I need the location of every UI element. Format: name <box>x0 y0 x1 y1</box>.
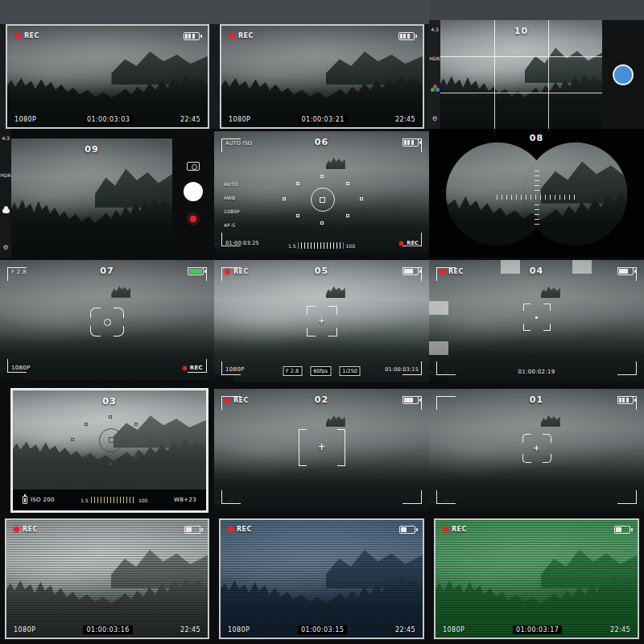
meter-min: 1.5 <box>288 243 296 249</box>
battery-fill <box>619 398 630 402</box>
panel-top-margin <box>214 0 429 24</box>
rec-indicator: REC <box>225 268 249 275</box>
clock: 22:45 <box>395 116 415 123</box>
grid-line <box>548 20 549 129</box>
bottom-status-bar: 1080P 01:00:03:17 22:45 <box>443 625 630 634</box>
rec-indicator: REC <box>229 32 254 39</box>
grid-line <box>440 56 602 57</box>
hdr-toggle[interactable]: HDR <box>0 172 10 178</box>
white-balance-label: AWB <box>224 195 240 200</box>
meter-min: 1.5 <box>80 497 89 503</box>
panel-number: 10 <box>514 26 528 36</box>
focus-corner <box>307 328 316 336</box>
exposure-meter: 1.5 100 <box>80 497 147 503</box>
hdr-toggle[interactable]: HDR <box>429 56 440 61</box>
viewfinder-area: AUTO ISO 06 AUTO AWB 1080P AF-S 01:00:03… <box>214 131 429 254</box>
camera-viewport: 10 <box>440 20 602 129</box>
focus-corner <box>543 454 551 463</box>
panel-09-phone-camera: 4:3 HDR ⚙ 09 <box>0 129 214 258</box>
rec-label: REC <box>24 32 39 39</box>
battery-icon <box>614 526 630 534</box>
rec-label: REC <box>190 365 203 371</box>
focus-bracket-right <box>337 429 345 466</box>
aspect-ratio-toggle[interactable]: 4:3 <box>431 27 439 32</box>
viewfinder-frame: REC 1080P 01:00:03:17 22:45 <box>434 518 639 639</box>
white-balance-label: WB+23 <box>174 497 196 503</box>
rec-dot-icon <box>15 33 21 39</box>
panel-02-viewfinder: REC 02 + <box>214 386 429 515</box>
camera-viewport: 09 <box>11 138 172 258</box>
camera-flip-icon[interactable] <box>187 162 200 171</box>
rec-indicator: REC <box>228 526 252 533</box>
autofocus-label: AF-S <box>224 222 240 228</box>
battery-fill <box>404 269 413 274</box>
camera-right-toolbar <box>602 20 644 129</box>
shutter-button[interactable] <box>613 64 634 85</box>
focus-plus: + <box>533 444 539 453</box>
focus-reticle <box>523 303 551 331</box>
camera-top-strip <box>429 0 644 20</box>
scanlines-overlay <box>6 520 208 638</box>
resolution-label: 1080P <box>228 626 250 634</box>
dark-overlay <box>11 138 172 258</box>
rec-indicator: REC <box>15 32 39 39</box>
aspect-ratio-toggle[interactable]: 4:3 <box>2 135 10 141</box>
focus-point <box>71 438 74 441</box>
panel-number: 03 <box>102 396 116 407</box>
focus-corner <box>90 326 101 336</box>
battery-fill <box>619 269 628 274</box>
battery-fill <box>400 34 411 39</box>
focus-point <box>109 415 112 419</box>
scanlines-overlay <box>436 520 638 638</box>
grid-line <box>572 260 592 274</box>
viewfinder-area: F 2.8 07 1080P REC <box>0 260 214 380</box>
focus-corner <box>328 328 337 336</box>
battery-icon-green <box>188 267 204 275</box>
dark-overlay <box>524 142 627 246</box>
rec-dot-icon <box>443 526 448 532</box>
panel-07-viewfinder: F 2.8 07 1080P REC <box>0 258 214 386</box>
filter-cloud-icon[interactable] <box>2 208 10 213</box>
corner-bracket <box>617 361 637 375</box>
focus-point <box>296 182 299 185</box>
rec-dot-icon <box>225 269 230 275</box>
battery-icon <box>617 267 634 275</box>
grid-line <box>501 260 520 274</box>
panel-06-pro-viewfinder: AUTO ISO 06 AUTO AWB 1080P AF-S 01:00:03… <box>214 129 429 258</box>
focus-point <box>134 423 138 426</box>
focus-plus: + <box>317 441 325 452</box>
camera-right-toolbar <box>172 129 214 258</box>
gear-icon[interactable]: ⚙ <box>2 245 8 251</box>
color-filter-icon[interactable] <box>433 85 437 89</box>
white-finder-frame: 03 ISO 200 1.5 100 WB+23 <box>10 388 208 513</box>
iso-mode-label: AUTO ISO <box>225 140 252 147</box>
battery-fill <box>404 140 415 145</box>
battery-fill <box>401 527 407 532</box>
focus-point <box>134 455 138 458</box>
focus-reticle <box>90 308 124 336</box>
panel-01-viewfinder: 01 + <box>429 386 644 515</box>
gear-icon[interactable]: ⚙ <box>431 116 437 122</box>
panel-number: 06 <box>315 137 328 147</box>
rec-label: REC <box>238 32 254 39</box>
aperture-chip: F 2.8 <box>283 366 302 376</box>
record-button[interactable] <box>187 213 200 225</box>
focus-corner <box>90 308 101 318</box>
focus-point <box>148 438 151 441</box>
mountain-ridge <box>525 42 602 83</box>
clock: 22:45 <box>180 116 200 123</box>
viewfinder-frame: REC 1080P 01:00:03:15 22:45 <box>219 518 424 639</box>
focus-point <box>346 214 349 217</box>
focus-point <box>109 462 112 465</box>
viewfinder-area: 01 + <box>429 389 644 511</box>
shutter-button[interactable] <box>184 182 203 201</box>
focus-point <box>85 455 88 458</box>
battery-fill <box>404 398 413 402</box>
battery-fill <box>185 34 196 39</box>
panel-crt-blue: REC 1080P 01:00:03:15 22:45 <box>214 515 429 644</box>
battery-icon <box>398 32 415 40</box>
viewfinder-area: REC 05 + 1080P F 2.8 60fps 1/250 01:00:0… <box>214 260 429 382</box>
panel-rec-viewfinder-a: REC 1080P 01:00:03:03 22:45 <box>0 0 214 129</box>
mountain-ridge <box>326 284 345 298</box>
corner-bracket <box>402 490 422 504</box>
